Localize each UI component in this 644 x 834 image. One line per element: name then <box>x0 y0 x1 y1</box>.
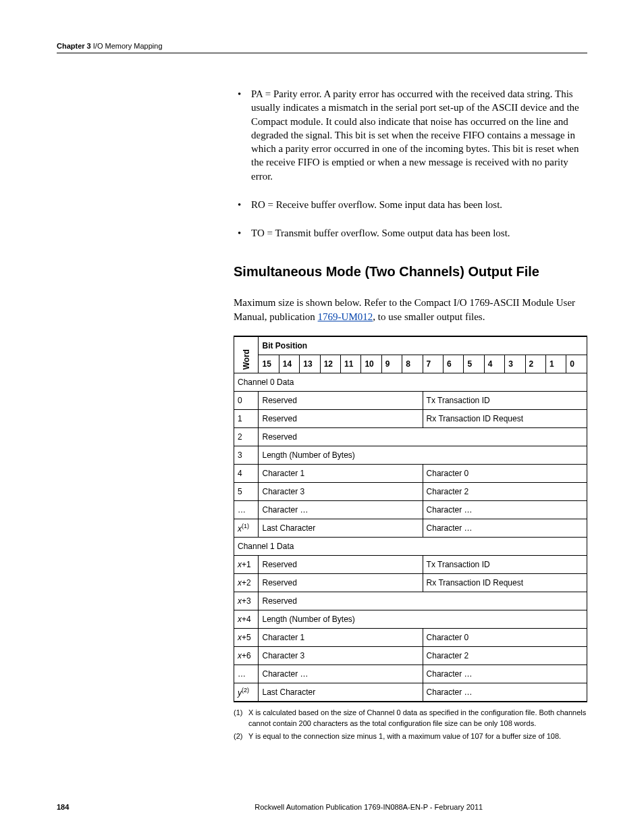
bit-10: 10 <box>361 355 381 373</box>
bullet-pa: PA = Parity error. A parity error has oc… <box>234 87 587 183</box>
w1-lo: Rx Transaction ID Request <box>423 409 587 427</box>
wy-hi: Last Character <box>259 683 423 702</box>
bit-5: 5 <box>464 355 484 373</box>
word-x4: x+4 <box>234 610 259 628</box>
intro-paragraph: Maximum size is shown below. Refer to th… <box>234 296 587 323</box>
footnote-2-num: (2) <box>234 731 248 741</box>
x6-hi: Character 3 <box>259 646 423 664</box>
x6-lo: Character 2 <box>423 646 587 664</box>
word-dots: … <box>234 500 259 519</box>
bit-1: 1 <box>545 355 566 373</box>
manual-link[interactable]: 1769-UM012 <box>318 311 373 322</box>
x4-all: Length (Number of Bytes) <box>259 610 587 628</box>
word-3: 3 <box>234 446 259 464</box>
bit-position-header: Bit Position <box>259 336 587 355</box>
bit-6: 6 <box>443 355 463 373</box>
wd2-hi: Character … <box>259 664 423 683</box>
bit-11: 11 <box>341 355 361 373</box>
word-4: 4 <box>234 464 259 482</box>
bullet-ro: RO = Receive buffer overflow. Some input… <box>234 198 587 211</box>
bit-0: 0 <box>566 355 587 373</box>
x2-lo: Rx Transaction ID Request <box>423 573 587 592</box>
footnotes: (1) X is calculated based on the size of… <box>234 708 587 741</box>
bit-7: 7 <box>423 355 443 373</box>
wx-lo: Character … <box>423 519 587 537</box>
x1-hi: Reserved <box>259 555 423 573</box>
w5-hi: Character 3 <box>259 482 423 500</box>
word-x6: x+6 <box>234 646 259 664</box>
bit-9: 9 <box>381 355 402 373</box>
word-2: 2 <box>234 427 259 446</box>
w0-hi: Reserved <box>259 391 423 409</box>
w0-lo: Tx Transaction ID <box>423 391 587 409</box>
word-x2: x+2 <box>234 573 259 592</box>
bit-3: 3 <box>505 355 525 373</box>
w4-lo: Character 0 <box>423 464 587 482</box>
bit-4: 4 <box>484 355 504 373</box>
output-file-table: Word Bit Position 15 14 13 12 11 10 9 8 … <box>234 336 587 702</box>
w4-hi: Character 1 <box>259 464 423 482</box>
wd-hi: Character … <box>259 500 423 519</box>
w1-hi: Reserved <box>259 409 423 427</box>
running-head: Chapter 3 I/O Memory Mapping <box>57 42 587 53</box>
chapter-title: I/O Memory Mapping <box>93 42 163 50</box>
word-0: 0 <box>234 391 259 409</box>
footnote-1-num: (1) <box>234 708 248 729</box>
w3-all: Length (Number of Bytes) <box>259 446 587 464</box>
bit-14: 14 <box>279 355 299 373</box>
bit-15: 15 <box>259 355 279 373</box>
bullet-to: TO = Transmit buffer overflow. Some outp… <box>234 226 587 240</box>
x5-hi: Character 1 <box>259 628 423 646</box>
x2-hi: Reserved <box>259 573 423 592</box>
x5-lo: Character 0 <box>423 628 587 646</box>
channel0-label: Channel 0 Data <box>234 373 587 391</box>
w2-all: Reserved <box>259 427 587 446</box>
channel1-label: Channel 1 Data <box>234 537 587 555</box>
intro-text-b: , to use smaller output files. <box>373 311 485 322</box>
page-number: 184 <box>57 803 69 811</box>
chapter-label: Chapter 3 <box>57 42 91 50</box>
x1-lo: Tx Transaction ID <box>423 555 587 573</box>
word-5: 5 <box>234 482 259 500</box>
word-1: 1 <box>234 409 259 427</box>
word-header: Word <box>234 336 259 373</box>
section-heading: Simultaneous Mode (Two Channels) Output … <box>234 263 587 281</box>
word-dots2: … <box>234 664 259 683</box>
word-y: y(2) <box>234 683 259 702</box>
wd-lo: Character … <box>423 500 587 519</box>
wy-lo: Character … <box>423 683 587 702</box>
footnote-1-text: X is calculated based on the size of Cha… <box>248 708 587 729</box>
footnote-2-text: Y is equal to the connection size minus … <box>248 731 561 741</box>
bit-12: 12 <box>320 355 340 373</box>
bit-13: 13 <box>300 355 320 373</box>
wx-hi: Last Character <box>259 519 423 537</box>
bit-8: 8 <box>402 355 423 373</box>
word-x1: x+1 <box>234 555 259 573</box>
bullet-list: PA = Parity error. A parity error has oc… <box>234 87 587 240</box>
page-footer: 184 Rockwell Automation Publication 1769… <box>57 803 587 811</box>
publication-text: Rockwell Automation Publication 1769-IN0… <box>150 803 587 811</box>
word-x: x(1) <box>234 519 259 537</box>
word-x5: x+5 <box>234 628 259 646</box>
w5-lo: Character 2 <box>423 482 587 500</box>
word-x3: x+3 <box>234 592 259 610</box>
x3-all: Reserved <box>259 592 587 610</box>
bit-2: 2 <box>525 355 545 373</box>
wd2-lo: Character … <box>423 664 587 683</box>
